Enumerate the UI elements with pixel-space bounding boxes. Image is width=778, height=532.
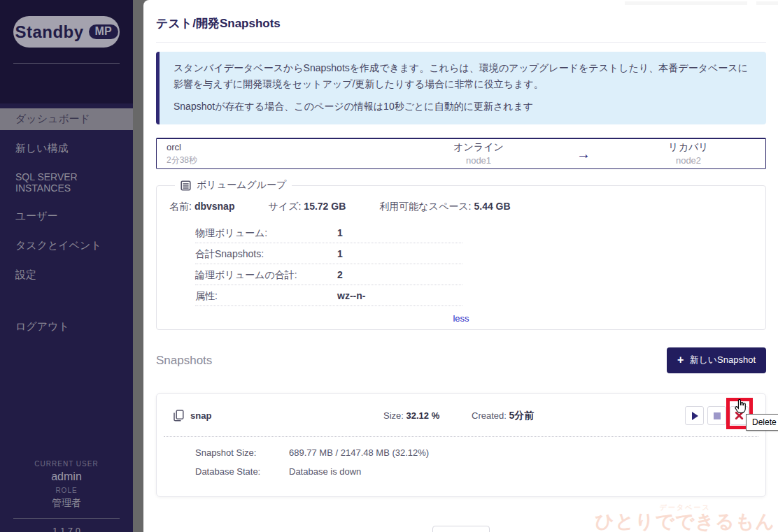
- sidebar-item-new-configuration[interactable]: 新しい構成: [0, 138, 133, 159]
- sidebar-item-logout[interactable]: ログアウト: [0, 316, 133, 338]
- stop-snapshot-button[interactable]: [707, 406, 726, 425]
- snapshot-name: snap: [190, 410, 211, 421]
- sidebar-item-dashboard[interactable]: ダッシュボード: [0, 108, 133, 130]
- snapshot-created-block: Created: 5分前: [472, 410, 534, 422]
- vg-row-physical-volumes: 物理ボリューム: 1: [195, 222, 462, 243]
- primary-node: node1: [409, 154, 549, 167]
- snapshots-heading: Snapshots: [156, 354, 212, 368]
- play-icon: [692, 412, 698, 420]
- database-name: orcl: [167, 141, 409, 154]
- background-page-bars: [625, 1, 778, 5]
- vg-row-logical-volumes: 論理ボリュームの合計: 2: [195, 264, 462, 285]
- sidebar-item-tasks-events[interactable]: タスクとイベント: [0, 235, 133, 257]
- new-snapshot-button[interactable]: + 新しいSnapshot: [667, 347, 766, 373]
- sidebar-item-users[interactable]: ユーザー: [0, 206, 133, 227]
- replication-arrow-icon: →: [549, 146, 618, 162]
- start-snapshot-button[interactable]: [685, 406, 704, 425]
- primary-state: オンライン: [409, 141, 549, 154]
- role-value: 管理者: [0, 497, 133, 510]
- logo-badge: MP: [89, 24, 118, 39]
- primary-node-block: オンライン node1: [409, 141, 549, 167]
- standby-state: リカバリ: [618, 141, 758, 154]
- volume-group-title: ボリュームグループ: [197, 179, 286, 192]
- stop-icon: [714, 412, 721, 419]
- app-version: 1.1.7.0: [0, 526, 133, 532]
- database-status-row: orcl 2分38秒 オンライン node1 → リカバリ node2: [156, 138, 766, 169]
- sidebar-item-settings[interactable]: 設定: [0, 264, 133, 286]
- volume-group-legend: ボリュームグループ: [175, 179, 292, 192]
- current-user-label: CURRENT USER: [0, 460, 133, 468]
- logo-text: Standby: [15, 22, 83, 42]
- snapshot-copy-icon: [174, 410, 184, 422]
- sidebar-logo-section: Standby MP: [0, 0, 133, 103]
- vg-row-total-snapshots: 合計Snapshots: 1: [195, 243, 462, 264]
- standby-node-block: リカバリ node2: [618, 141, 758, 167]
- info-line-2: Snapshotが存在する場合、このページの情報は10秒ごとに自動的に更新されま…: [174, 99, 752, 115]
- volume-group-icon: [181, 180, 191, 191]
- sidebar-user-info: CURRENT USER admin ROLE 管理者 1.1.7.0: [0, 460, 133, 532]
- vg-row-attributes: 属性: wz--n-: [195, 285, 462, 306]
- plus-icon: +: [677, 354, 684, 366]
- database-name-block: orcl 2分38秒: [157, 141, 409, 166]
- sidebar-item-sql-server-instances[interactable]: SQL SERVER INSTANCES: [0, 167, 133, 198]
- volume-group-summary: 名前:dbvsnap サイズ:15.72 GB 利用可能なスペース:5.44 G…: [169, 193, 753, 222]
- volume-group-panel: ボリュームグループ 名前:dbvsnap サイズ:15.72 GB 利用可能なス…: [156, 179, 766, 330]
- snapshot-name-block: snap: [174, 410, 383, 422]
- modal-backdrop: テスト/開発Snapshots スタンバイデータベースからSnapshotsを作…: [133, 0, 778, 532]
- role-label: ROLE: [0, 487, 133, 494]
- sidebar-bottom-divider: [13, 518, 120, 519]
- database-state-detail-row: Database State: Database is down: [195, 466, 765, 477]
- sidebar-nav: ダッシュボード 新しい構成 SQL SERVER INSTANCES ユーザー …: [0, 108, 133, 338]
- snapshot-row: snap Size: 32.12 % Created: 5分前: [157, 394, 765, 436]
- close-button[interactable]: 閉じる: [432, 526, 490, 532]
- less-link[interactable]: less: [169, 313, 753, 324]
- vg-size: サイズ:15.72 GB: [268, 201, 346, 213]
- standby-node: node2: [618, 154, 758, 167]
- info-line-1: スタンバイデータベースからSnapshotsを作成できます。これらは、環境のアッ…: [174, 60, 752, 92]
- snapshot-details: Snapshot Size: 689.77 MB / 2147.48 MB (3…: [157, 437, 765, 487]
- title-divider: [156, 42, 766, 43]
- info-banner: スタンバイデータベースからSnapshotsを作成できます。これらは、環境のアッ…: [156, 52, 766, 124]
- snapshot-card: snap Size: 32.12 % Created: 5分前: [156, 393, 766, 497]
- snapshot-size-block: Size: 32.12 %: [383, 410, 472, 421]
- vg-free-space: 利用可能なスペース:5.44 GB: [379, 201, 510, 213]
- sidebar: Standby MP ダッシュボード 新しい構成 SQL SERVER INST…: [0, 0, 133, 532]
- snapshots-header: Snapshots + 新しいSnapshot: [156, 347, 766, 373]
- current-user-name: admin: [0, 470, 133, 483]
- sidebar-divider: [13, 63, 120, 64]
- snapshots-modal: テスト/開発Snapshots スタンバイデータベースからSnapshotsを作…: [143, 0, 778, 532]
- app-logo: Standby MP: [13, 16, 120, 48]
- snapshot-size-detail-row: Snapshot Size: 689.77 MB / 2147.48 MB (3…: [195, 447, 765, 458]
- database-uptime: 2分38秒: [167, 154, 409, 166]
- vg-name: 名前:dbvsnap: [169, 201, 234, 213]
- delete-snapshot-tooltip: Delete Sn: [746, 414, 778, 431]
- hand-cursor-icon: [735, 399, 747, 417]
